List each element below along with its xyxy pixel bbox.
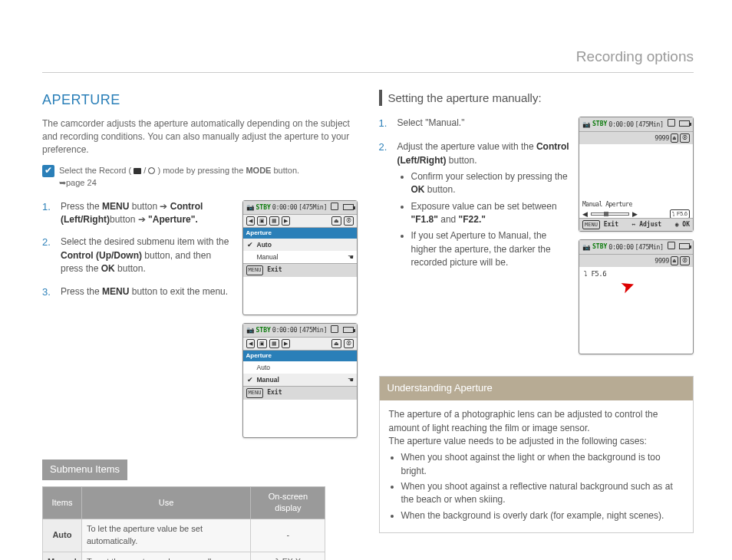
info-p1: The aperture of a photographic lens can … [389,408,684,435]
video-icon [134,168,141,174]
r-step-2: Adjust the aperture value with the Contr… [397,140,572,273]
table-row: Manual To set the aperture value manuall… [43,552,325,560]
th-use: Use [81,486,250,519]
info-li: When the background is overly dark (for … [401,509,684,522]
info-li: When you shoot against a reflective natu… [401,480,684,507]
pointer-icon: ➤ [617,272,638,300]
submenu-items-label: Submenu Items [42,460,127,480]
understanding-aperture-box: Understanding Aperture The aperture of a… [379,376,694,533]
bullet: Exposure value can be set between "F1.8"… [411,200,572,227]
lcd-screenshot-3: 📷STBY 0:00:00 [475Min] 9999 ⏏ ⦿ Manual A… [579,117,694,232]
th-items: Items [43,486,82,519]
lcd-screenshot-1: 📷STBY 0:00:00 [475Min] ◀▣▦▶⏏⦿ Aperture ✔… [242,200,358,315]
check-icon: ✔ [42,165,54,177]
lcd-screenshot-4: 📷STBY 0:00:00 [475Min] 9999 ⏏ ⦿ ⤵ F5.6 ➤ [579,239,694,354]
lcd-screenshot-2: 📷STBY 0:00:00 [475Min] ◀▣▦▶⏏⦿ Aperture A… [242,323,358,438]
th-display: On-screen display [251,486,325,519]
note-text-d: button. [273,166,299,175]
intro-text: The camcorder adjusts the aperture autom… [42,117,358,157]
info-li: When you shoot against the light or when… [401,451,684,478]
info-p2: The aperture value needs to be adjusted … [389,435,684,448]
photo-icon [148,167,155,174]
step-2: Select the desired submenu item with the… [61,236,235,275]
bullet: If you set Aperture to Manual, the highe… [411,229,572,269]
mode-note: ✔ Select the Record ( / ) mode by pressi… [42,165,358,189]
note-page-ref: ➥page 24 [59,178,97,187]
r-step-1: Select "Manual." [397,117,572,131]
section-title-aperture: APERTURE [42,90,358,110]
bullet: Confirm your selection by pressing the O… [411,170,572,197]
note-mode-bold: MODE [246,166,271,175]
subsection-title: Setting the aperture manually: [379,90,694,107]
note-text-c: ) mode by pressing the [157,166,246,175]
submenu-table: Items Use On-screen display Auto To let … [42,486,325,560]
aperture-icon: ⤵ [275,557,280,560]
step-3: Press the MENU button to exit the menu. [61,285,235,300]
info-title: Understanding Aperture [380,377,694,400]
step-1: Press the MENU button ➔ Control (Left/Ri… [61,200,235,227]
left-column: APERTURE The camcorder adjusts the apert… [42,90,358,560]
table-row: Auto To let the aperture value be set au… [43,519,325,552]
page-header: Recording options [42,46,694,73]
right-column: Setting the aperture manually: Select "M… [379,90,694,560]
note-text-a: Select the Record ( [59,166,131,175]
